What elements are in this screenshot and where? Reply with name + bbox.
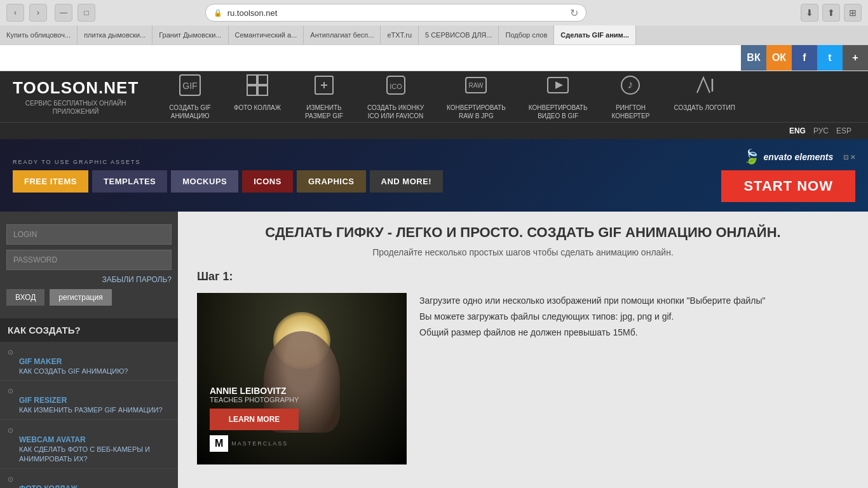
ad-close-icon[interactable]: ⊡ ✕	[843, 154, 855, 161]
ad-more-button[interactable]: AND MORE!	[370, 170, 444, 193]
new-tab-button[interactable]: ⊞	[844, 4, 862, 22]
refresh-icon[interactable]: ↻	[570, 7, 578, 19]
sidebar-gif-resizer-icon: ⊙	[8, 387, 13, 395]
svg-marker-12	[555, 81, 563, 89]
envato-logo: 🍃 envato elements ⊡ ✕	[743, 149, 856, 165]
nav-raw-jpg-label: КОНВЕРТИРОВАТЬRAW В JPG	[447, 104, 506, 120]
ad-buttons: FREE ITEMS TEMPLATES MOCKUPS ICONS GRAPH…	[13, 170, 443, 193]
sidebar-webcam-icon: ⊙	[8, 426, 13, 435]
sidebar-gif-maker-icon: ⊙	[8, 348, 13, 356]
gif-resizer-icon	[313, 74, 336, 101]
sidebar-collage-main: ФОТО КОЛЛАЖ	[19, 484, 170, 488]
svg-text:RAW: RAW	[469, 82, 484, 89]
login-input[interactable]	[6, 224, 172, 245]
download-button[interactable]: ⬇	[801, 4, 818, 22]
svg-text:GIF: GIF	[182, 81, 197, 91]
learn-more-button[interactable]: LEARN MORE	[210, 409, 299, 430]
main-layout: ЗАБЫЛИ ПАРОЛЬ? ВХОД регистрация КАК СОЗД…	[0, 212, 868, 488]
masterclass-m-icon: M	[210, 435, 228, 452]
tab-4[interactable]: Семантический а...	[229, 25, 304, 44]
url-bar[interactable]: 🔒 ru.toolson.net ↻	[205, 4, 587, 22]
tab-1[interactable]: Купить облицовоч...	[0, 25, 78, 44]
window-maximize[interactable]: □	[78, 4, 95, 22]
tab-2[interactable]: плитка дымовски...	[78, 25, 153, 44]
nav-gif-resizer[interactable]: ИЗМЕНИТЬРАЗМЕР GIF	[292, 67, 356, 126]
nav-ico-maker[interactable]: ICO СОЗДАТЬ ИКОНКУICO ИЛИ FAVICON	[356, 67, 435, 126]
step-desc-line-1: Загрузите одно или несколько изображений…	[419, 293, 849, 309]
sidebar-login-form: ЗАБЫЛИ ПАРОЛЬ? ВХОД регистрация	[0, 218, 178, 312]
step-desc-line-3: Общий размер файлов не должен превышать …	[419, 325, 849, 341]
teaches-text: TEACHES PHOTOGRAPHY	[210, 396, 394, 403]
nav-video-gif[interactable]: КОНВЕРТИРОВАТЬВИДЕО В GIF	[517, 67, 599, 126]
lang-rus[interactable]: РУС	[810, 125, 832, 137]
ad-graphics-button[interactable]: GRAPHICS	[297, 170, 366, 193]
nav-ringtone[interactable]: ♪ РИНГТОНКОНВЕРТЕР	[599, 67, 662, 126]
nav-items: GIF СОЗДАТЬ GIFАНИМАЦИЮ ФОТО КОЛЛАЖ ИЗМЕ…	[158, 67, 855, 126]
page-subtitle: Проделайте несколько простых шагов чтобы…	[197, 247, 849, 257]
nav-logo-maker-label: СОЗДАТЬ ЛОГОТИП	[674, 104, 735, 112]
sidebar-webcam-main: WEBCAM AVATAR	[19, 435, 170, 444]
sidebar-section-title: КАК СОЗДАТЬ?	[0, 318, 178, 342]
password-input[interactable]	[6, 250, 172, 270]
nav-logo-maker[interactable]: СОЗДАТЬ ЛОГОТИП	[662, 67, 746, 126]
nav-video-gif-label: КОНВЕРТИРОВАТЬВИДЕО В GIF	[529, 104, 588, 120]
browser-action-buttons: ⬇ ⬆ ⊞	[801, 4, 862, 22]
tab-5[interactable]: Антиплагиат бесп...	[304, 25, 381, 44]
sidebar: ЗАБЫЛИ ПАРОЛЬ? ВХОД регистрация КАК СОЗД…	[0, 212, 178, 488]
sidebar-item-gif-resizer[interactable]: ⊙ GIF RESIZER КАК ИЗМЕНИТЬ РАЗМЕР GIF АН…	[0, 381, 178, 419]
login-button[interactable]: ВХОД	[6, 289, 44, 306]
window-minimize[interactable]: —	[55, 4, 72, 22]
nav-gif-maker[interactable]: GIF СОЗДАТЬ GIFАНИМАЦИЮ	[158, 67, 222, 126]
nav-gif-resizer-label: ИЗМЕНИТЬРАЗМЕР GIF	[305, 104, 343, 120]
sidebar-collage-icon: ⊙	[8, 475, 13, 484]
svg-rect-5	[258, 86, 268, 95]
sidebar-gif-maker-sub: КАК СОЗДАТЬ GIF АНИМАЦИЮ?	[19, 367, 170, 376]
lang-esp[interactable]: ESP	[832, 125, 855, 137]
ad-templates-button[interactable]: TEMPLATES	[92, 170, 167, 193]
logo-maker-icon	[693, 74, 716, 101]
ad-banner-right: 🍃 envato elements ⊡ ✕ START NOW	[721, 149, 855, 202]
register-button[interactable]: регистрация	[50, 289, 111, 306]
tab-8[interactable]: Подбор слов	[499, 25, 554, 44]
ad-banner-left: READY TO USE GRAPHIC ASSETS FREE ITEMS T…	[13, 159, 443, 193]
site-header: TOOLSON.NET СЕРВИС БЕСПЛАТНЫХ ОНЛАЙНПРИЛ…	[0, 71, 868, 122]
forward-button[interactable]: ›	[29, 4, 47, 22]
photo-collage-icon	[246, 74, 269, 101]
annie-text: ANNIE LEIBOVITZ	[210, 386, 394, 396]
start-now-button[interactable]: START NOW	[721, 170, 855, 202]
ringtone-icon: ♪	[619, 74, 642, 101]
ad-image: ⊙ ✕ ANNIE LEIBOVITZ TEACHES PHOTOGRAPHY …	[197, 293, 407, 464]
nav-photo-collage[interactable]: ФОТО КОЛЛАЖ	[222, 67, 292, 126]
lock-icon: 🔒	[214, 9, 222, 17]
share-button[interactable]: ⬆	[822, 4, 840, 22]
nav-photo-collage-label: ФОТО КОЛЛАЖ	[234, 104, 281, 112]
svg-rect-2	[247, 75, 257, 85]
sidebar-item-gif-maker[interactable]: ⊙ GIF MAKER КАК СОЗДАТЬ GIF АНИМАЦИЮ?	[0, 342, 178, 381]
tab-7[interactable]: 5 СЕРВИСОВ ДЛЯ...	[419, 25, 499, 44]
ad-banner: READY TO USE GRAPHIC ASSETS FREE ITEMS T…	[0, 139, 868, 212]
sidebar-item-collage[interactable]: ⊙ ФОТО КОЛЛАЖ КАК СДЕЛАТЬ ФОТОКОЛЛАЖ?	[0, 469, 178, 488]
ad-label: READY TO USE GRAPHIC ASSETS	[13, 159, 443, 165]
logo-subtitle: СЕРВИС БЕСПЛАТНЫХ ОНЛАЙНПРИЛОЖЕНИЙ	[13, 99, 139, 116]
url-text: ru.toolson.net	[227, 8, 278, 18]
envato-logo-text: envato elements	[764, 152, 834, 162]
ad-mockups-button[interactable]: MOCKUPS	[171, 170, 238, 193]
page-title: СДЕЛАТЬ ГИФКУ - ЛЕГКО И ПРОСТО. СОЗДАТЬ …	[197, 224, 849, 241]
logo-title: TOOLSON.NET	[13, 78, 139, 98]
back-button[interactable]: ‹	[6, 4, 24, 22]
step-content: ⊙ ✕ ANNIE LEIBOVITZ TEACHES PHOTOGRAPHY …	[197, 293, 849, 464]
step-desc-line-2: Вы можете загружать файлы следующих типо…	[419, 309, 849, 325]
ad-free-items-button[interactable]: FREE ITEMS	[13, 170, 88, 193]
sidebar-webcam-sub: КАК СДЕЛАТЬ ФОТО С ВЕБ-КАМЕРЫ И АНИМИРОВ…	[19, 445, 170, 464]
nav-raw-jpg[interactable]: RAW КОНВЕРТИРОВАТЬRAW В JPG	[435, 67, 517, 126]
site-logo[interactable]: TOOLSON.NET СЕРВИС БЕСПЛАТНЫХ ОНЛАЙНПРИЛ…	[13, 78, 139, 116]
tab-3[interactable]: Гранит Дымовски...	[153, 25, 228, 44]
sidebar-item-webcam[interactable]: ⊙ WEBCAM AVATAR КАК СДЕЛАТЬ ФОТО С ВЕБ-К…	[0, 420, 178, 469]
ad-icons-button[interactable]: ICONS	[242, 170, 293, 193]
nav-ico-maker-label: СОЗДАТЬ ИКОНКУICO ИЛИ FAVICON	[367, 104, 424, 120]
forgot-password-link[interactable]: ЗАБЫЛИ ПАРОЛЬ?	[6, 275, 172, 284]
browser-tabs: Купить облицовоч... плитка дымовски... Г…	[0, 25, 868, 44]
lang-eng[interactable]: ENG	[785, 125, 810, 137]
tab-6[interactable]: eTXT.ru	[381, 25, 419, 44]
tab-9[interactable]: Сделать GIF аним...	[554, 25, 636, 44]
